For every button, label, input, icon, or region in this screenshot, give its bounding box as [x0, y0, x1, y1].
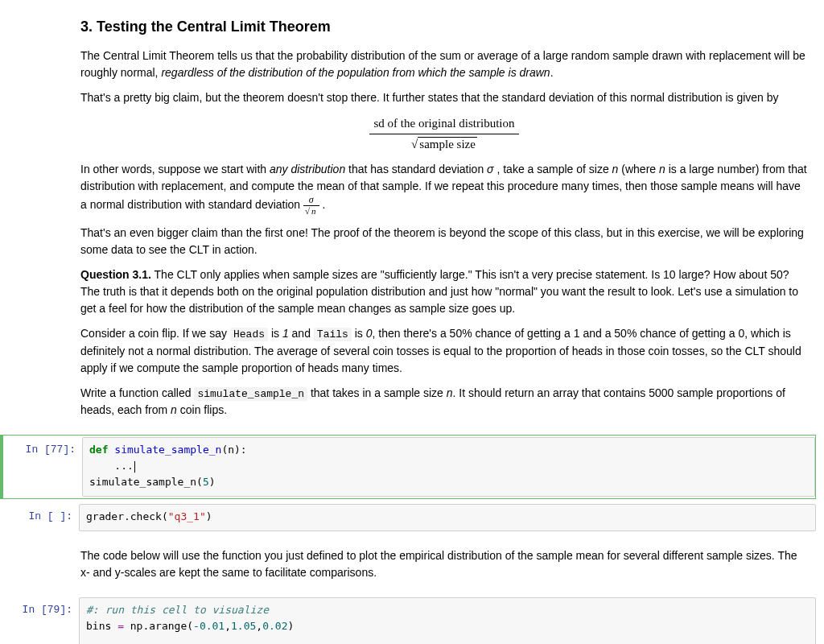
op: =: [117, 620, 124, 632]
fraction-denominator: sample size: [369, 134, 520, 154]
inline-code: simulate_sample_n: [194, 387, 307, 401]
fraction-denominator: n: [303, 206, 319, 217]
text-cell: 3. Testing the Central Limit Theorem The…: [80, 0, 808, 430]
code-text: ): [206, 510, 212, 522]
notebook: 3. Testing the Central Limit Theorem The…: [0, 0, 824, 644]
text: coin flips.: [177, 403, 227, 416]
code-text: (n):: [221, 444, 246, 456]
inline-fraction: σ n: [303, 195, 319, 217]
math-var: σ: [487, 163, 493, 175]
text: , take a sample of size: [494, 163, 612, 175]
comment: #: run this cell to visualize: [86, 604, 269, 616]
text: is: [268, 327, 282, 340]
kw: def: [89, 444, 108, 456]
num: -0.01: [193, 620, 225, 632]
funcname: simulate_sample_n: [114, 444, 221, 456]
paragraph: In other words, suppose we start with an…: [80, 161, 808, 217]
math-var: n: [447, 386, 453, 399]
math-num: 1: [282, 327, 289, 340]
sqrt-radicand: sample size: [418, 137, 477, 151]
code-cell[interactable]: In [79]: #: run this cell to visualize b…: [0, 597, 816, 644]
text: and: [289, 327, 314, 340]
paragraph: The Central Limit Theorem tells us that …: [80, 47, 808, 81]
paragraph: That's an even bigger claim than the fir…: [80, 225, 808, 258]
math-var: n: [171, 403, 177, 416]
paragraph: Question 3.1. The CLT only applies when …: [80, 266, 808, 317]
code-text: ): [287, 620, 294, 632]
code-input[interactable]: grader.check("q3_1"): [79, 504, 816, 531]
math-var: n: [659, 163, 665, 175]
fraction-numerator: σ: [303, 195, 319, 206]
code-cell[interactable]: In [ ]: grader.check("q3_1"): [0, 504, 816, 531]
text: that takes in a sample size: [307, 386, 447, 399]
text: Consider a coin flip. If we say: [80, 327, 230, 340]
cell-prompt: In [ ]:: [0, 504, 79, 525]
text: (where: [618, 163, 659, 175]
sqrt-radicand: n: [310, 205, 318, 216]
cell-prompt: In [77]:: [3, 437, 82, 458]
math-num: 0: [366, 327, 373, 340]
code-input[interactable]: def simulate_sample_n(n): ... simulate_s…: [82, 437, 815, 497]
paragraph: The code below will use the function you…: [80, 547, 808, 581]
text: Write a function called: [80, 386, 194, 399]
num: 5: [203, 476, 209, 488]
text: In other words, suppose we start with: [80, 163, 270, 175]
code-text: simulate_sample_n(: [89, 476, 203, 488]
fraction-numerator: sd of the original distribution: [369, 114, 520, 134]
question-label: Question 3.1.: [80, 268, 151, 281]
text-em: regardless of the distribution of the po…: [161, 66, 550, 79]
text-em: any distribution: [270, 163, 345, 175]
paragraph: Write a function called simulate_sample_…: [80, 385, 808, 419]
code-cell-active[interactable]: In [77]: def simulate_sample_n(n): ... s…: [0, 435, 816, 499]
paragraph: Consider a coin flip. If we say Heads is…: [80, 325, 808, 377]
inline-code: Heads: [230, 328, 268, 341]
math-formula: sd of the original distribution sample s…: [80, 114, 808, 153]
code-text: np.arange(: [124, 620, 193, 632]
text: .: [550, 66, 554, 79]
text: The CLT only applies when sample sizes a…: [80, 268, 798, 315]
code-text: grader.check(: [86, 510, 168, 522]
paragraph: That's a pretty big claim, but the theor…: [80, 89, 808, 106]
text: that has standard deviation: [345, 163, 487, 175]
code-text: ): [209, 476, 216, 488]
code-text: ...: [89, 460, 134, 472]
num: 0.02: [262, 620, 287, 632]
code-input[interactable]: #: run this cell to visualize bins = np.…: [79, 597, 816, 644]
text: .: [319, 198, 326, 211]
code-text: bins: [86, 620, 117, 632]
cell-prompt: In [79]:: [0, 597, 79, 618]
text-cell: The code below will use the function you…: [80, 536, 808, 592]
inline-code: Tails: [314, 328, 352, 341]
section-heading: 3. Testing the Central Limit Theorem: [80, 16, 808, 38]
text-cursor: [134, 461, 135, 473]
text: is: [352, 327, 366, 340]
num: 1.05: [231, 620, 256, 632]
str: "q3_1": [168, 510, 206, 522]
